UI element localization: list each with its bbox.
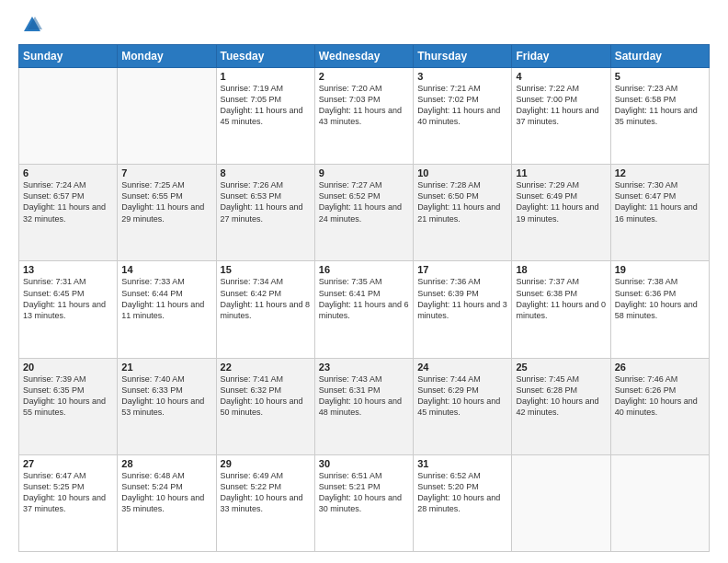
day-info: Sunrise: 7:34 AMSunset: 6:42 PMDaylight:… xyxy=(221,276,311,321)
day-info: Sunrise: 7:20 AMSunset: 7:03 PMDaylight:… xyxy=(319,83,409,128)
day-info: Sunrise: 7:31 AMSunset: 6:45 PMDaylight:… xyxy=(23,276,113,321)
day-number: 4 xyxy=(516,71,606,82)
day-number: 16 xyxy=(319,264,409,275)
day-number: 27 xyxy=(23,458,113,469)
col-header-friday: Friday xyxy=(512,45,610,68)
day-number: 29 xyxy=(221,458,311,469)
calendar-cell: 1Sunrise: 7:19 AMSunset: 7:05 PMDaylight… xyxy=(216,68,314,165)
calendar-cell: 16Sunrise: 7:35 AMSunset: 6:41 PMDayligh… xyxy=(314,261,413,358)
day-info: Sunrise: 7:44 AMSunset: 6:29 PMDaylight:… xyxy=(417,373,507,419)
day-info: Sunrise: 7:23 AMSunset: 6:58 PMDaylight:… xyxy=(615,83,705,128)
calendar-header-row: SundayMondayTuesdayWednesdayThursdayFrid… xyxy=(19,45,710,68)
day-number: 1 xyxy=(221,71,311,82)
calendar-week-1: 1Sunrise: 7:19 AMSunset: 7:05 PMDaylight… xyxy=(19,68,710,165)
day-number: 18 xyxy=(516,264,606,275)
col-header-wednesday: Wednesday xyxy=(314,45,413,68)
day-number: 11 xyxy=(516,167,606,178)
day-number: 9 xyxy=(319,167,409,178)
day-number: 26 xyxy=(615,362,705,373)
day-info: Sunrise: 7:40 AMSunset: 6:33 PMDaylight:… xyxy=(121,373,211,419)
calendar-cell: 9Sunrise: 7:27 AMSunset: 6:52 PMDaylight… xyxy=(314,165,413,261)
day-number: 21 xyxy=(121,362,211,373)
header xyxy=(18,15,710,35)
day-number: 6 xyxy=(23,167,113,178)
day-number: 2 xyxy=(319,71,409,82)
day-info: Sunrise: 7:39 AMSunset: 6:35 PMDaylight:… xyxy=(23,373,113,419)
col-header-tuesday: Tuesday xyxy=(216,45,314,68)
day-info: Sunrise: 7:35 AMSunset: 6:41 PMDaylight:… xyxy=(319,276,409,321)
col-header-monday: Monday xyxy=(118,45,216,68)
calendar-cell: 18Sunrise: 7:37 AMSunset: 6:38 PMDayligh… xyxy=(512,261,610,358)
calendar-cell: 25Sunrise: 7:45 AMSunset: 6:28 PMDayligh… xyxy=(512,358,610,454)
day-info: Sunrise: 7:24 AMSunset: 6:57 PMDaylight:… xyxy=(23,179,113,224)
calendar-cell: 6Sunrise: 7:24 AMSunset: 6:57 PMDaylight… xyxy=(19,165,118,261)
day-info: Sunrise: 7:22 AMSunset: 7:00 PMDaylight:… xyxy=(516,83,606,128)
day-number: 14 xyxy=(121,264,211,275)
day-number: 25 xyxy=(516,362,606,373)
day-info: Sunrise: 7:19 AMSunset: 7:05 PMDaylight:… xyxy=(221,83,311,128)
calendar-week-5: 27Sunrise: 6:47 AMSunset: 5:25 PMDayligh… xyxy=(19,454,710,551)
day-number: 24 xyxy=(417,362,507,373)
day-info: Sunrise: 6:48 AMSunset: 5:24 PMDaylight:… xyxy=(121,470,211,515)
page: SundayMondayTuesdayWednesdayThursdayFrid… xyxy=(0,0,728,563)
calendar-cell: 23Sunrise: 7:43 AMSunset: 6:31 PMDayligh… xyxy=(314,358,413,454)
day-info: Sunrise: 7:43 AMSunset: 6:31 PMDaylight:… xyxy=(319,373,409,419)
calendar-cell: 21Sunrise: 7:40 AMSunset: 6:33 PMDayligh… xyxy=(118,358,216,454)
calendar-week-4: 20Sunrise: 7:39 AMSunset: 6:35 PMDayligh… xyxy=(19,358,710,454)
day-info: Sunrise: 7:26 AMSunset: 6:53 PMDaylight:… xyxy=(221,179,311,224)
day-number: 7 xyxy=(121,167,211,178)
day-info: Sunrise: 7:45 AMSunset: 6:28 PMDaylight:… xyxy=(516,373,606,419)
calendar-cell: 31Sunrise: 6:52 AMSunset: 5:20 PMDayligh… xyxy=(414,454,512,551)
calendar-cell xyxy=(512,454,610,551)
day-info: Sunrise: 6:47 AMSunset: 5:25 PMDaylight:… xyxy=(23,470,113,515)
calendar-cell xyxy=(118,68,216,165)
calendar-cell: 5Sunrise: 7:23 AMSunset: 6:58 PMDaylight… xyxy=(610,68,709,165)
day-info: Sunrise: 7:38 AMSunset: 6:36 PMDaylight:… xyxy=(615,276,705,321)
day-number: 3 xyxy=(417,71,507,82)
calendar-cell: 28Sunrise: 6:48 AMSunset: 5:24 PMDayligh… xyxy=(118,454,216,551)
calendar-week-2: 6Sunrise: 7:24 AMSunset: 6:57 PMDaylight… xyxy=(19,165,710,261)
day-number: 8 xyxy=(221,167,311,178)
day-info: Sunrise: 7:36 AMSunset: 6:39 PMDaylight:… xyxy=(417,276,507,321)
calendar-cell: 3Sunrise: 7:21 AMSunset: 7:02 PMDaylight… xyxy=(414,68,512,165)
calendar-cell: 30Sunrise: 6:51 AMSunset: 5:21 PMDayligh… xyxy=(314,454,413,551)
calendar-cell: 4Sunrise: 7:22 AMSunset: 7:00 PMDaylight… xyxy=(512,68,610,165)
logo-icon xyxy=(22,15,42,35)
calendar-cell: 2Sunrise: 7:20 AMSunset: 7:03 PMDaylight… xyxy=(314,68,413,165)
calendar-cell: 20Sunrise: 7:39 AMSunset: 6:35 PMDayligh… xyxy=(19,358,118,454)
day-number: 20 xyxy=(23,362,113,373)
day-number: 28 xyxy=(121,458,211,469)
day-number: 17 xyxy=(417,264,507,275)
calendar-cell: 12Sunrise: 7:30 AMSunset: 6:47 PMDayligh… xyxy=(610,165,709,261)
day-info: Sunrise: 6:52 AMSunset: 5:20 PMDaylight:… xyxy=(417,470,507,515)
calendar-cell: 13Sunrise: 7:31 AMSunset: 6:45 PMDayligh… xyxy=(19,261,118,358)
calendar-cell: 26Sunrise: 7:46 AMSunset: 6:26 PMDayligh… xyxy=(610,358,709,454)
day-number: 5 xyxy=(615,71,705,82)
calendar-cell: 19Sunrise: 7:38 AMSunset: 6:36 PMDayligh… xyxy=(610,261,709,358)
calendar-cell: 10Sunrise: 7:28 AMSunset: 6:50 PMDayligh… xyxy=(414,165,512,261)
calendar-table: SundayMondayTuesdayWednesdayThursdayFrid… xyxy=(18,44,710,552)
day-info: Sunrise: 7:29 AMSunset: 6:49 PMDaylight:… xyxy=(516,179,606,224)
calendar-cell: 7Sunrise: 7:25 AMSunset: 6:55 PMDaylight… xyxy=(118,165,216,261)
calendar-week-3: 13Sunrise: 7:31 AMSunset: 6:45 PMDayligh… xyxy=(19,261,710,358)
day-number: 30 xyxy=(319,458,409,469)
day-info: Sunrise: 7:33 AMSunset: 6:44 PMDaylight:… xyxy=(121,276,211,321)
calendar-cell xyxy=(19,68,118,165)
calendar-cell: 17Sunrise: 7:36 AMSunset: 6:39 PMDayligh… xyxy=(414,261,512,358)
day-info: Sunrise: 7:46 AMSunset: 6:26 PMDaylight:… xyxy=(615,373,705,419)
day-info: Sunrise: 7:30 AMSunset: 6:47 PMDaylight:… xyxy=(615,179,705,224)
day-info: Sunrise: 7:37 AMSunset: 6:38 PMDaylight:… xyxy=(516,276,606,321)
day-info: Sunrise: 6:51 AMSunset: 5:21 PMDaylight:… xyxy=(319,470,409,515)
calendar-cell: 29Sunrise: 6:49 AMSunset: 5:22 PMDayligh… xyxy=(216,454,314,551)
calendar-cell: 14Sunrise: 7:33 AMSunset: 6:44 PMDayligh… xyxy=(118,261,216,358)
calendar-cell xyxy=(610,454,709,551)
col-header-sunday: Sunday xyxy=(19,45,118,68)
calendar-cell: 22Sunrise: 7:41 AMSunset: 6:32 PMDayligh… xyxy=(216,358,314,454)
day-number: 31 xyxy=(417,458,507,469)
calendar-cell: 27Sunrise: 6:47 AMSunset: 5:25 PMDayligh… xyxy=(19,454,118,551)
day-number: 22 xyxy=(221,362,311,373)
day-number: 13 xyxy=(23,264,113,275)
day-number: 12 xyxy=(615,167,705,178)
day-info: Sunrise: 7:25 AMSunset: 6:55 PMDaylight:… xyxy=(121,179,211,224)
calendar-cell: 24Sunrise: 7:44 AMSunset: 6:29 PMDayligh… xyxy=(414,358,512,454)
